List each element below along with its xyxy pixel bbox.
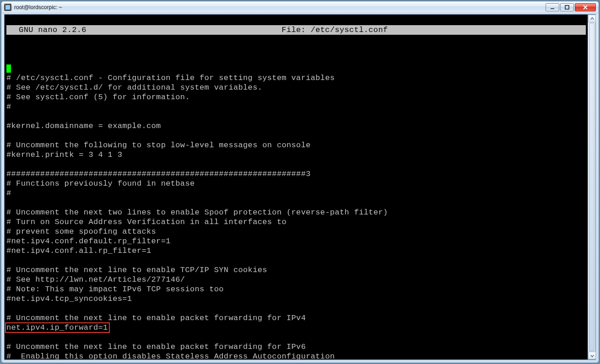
file-line: # Note: This may impact IPv6 TCP session… (6, 284, 586, 294)
file-line: # (6, 102, 586, 112)
file-line: # See sysctl.conf (5) for information. (6, 92, 586, 102)
terminal-text: GNU nano 2.2.6File: /etc/sysctl.conf # /… (6, 16, 586, 359)
file-line-highlight: net.ipv4.ip_forward=1 (6, 323, 586, 332)
svg-rect-1 (565, 5, 569, 9)
nano-app: GNU nano (19, 26, 57, 34)
file-line: # (6, 188, 586, 198)
app-window: root@lordscorpic: ~ GNU nano 2.2.6File: … (1, 1, 599, 363)
file-line: # Enabling this option disables Stateles… (6, 352, 586, 359)
terminal-viewport[interactable]: GNU nano 2.2.6File: /etc/sysctl.conf # /… (5, 15, 588, 359)
file-line: # Uncomment the next line to enable pack… (6, 313, 586, 323)
nano-header: GNU nano 2.2.6File: /etc/sysctl.conf (6, 25, 586, 35)
blank-line (6, 44, 586, 54)
file-line: #net.ipv4.tcp_syncookies=1 (6, 294, 586, 304)
minimize-button[interactable] (546, 3, 559, 11)
file-line: # Uncomment the following to stop low-le… (6, 140, 586, 150)
nano-file-path: /etc/sysctl.conf (311, 26, 388, 34)
nano-file-label: File: (281, 26, 306, 34)
file-body[interactable]: # /etc/sysctl.conf - Configuration file … (6, 64, 586, 359)
file-line (6, 198, 586, 208)
file-line: #net.ipv4.conf.default.rp_filter=1 (6, 236, 586, 246)
file-line (6, 332, 586, 342)
file-line: #kernel.printk = 3 4 1 3 (6, 150, 586, 160)
window-title: root@lordscorpic: ~ (14, 4, 62, 11)
maximize-button[interactable] (560, 3, 574, 11)
putty-icon (4, 4, 11, 11)
file-line: # Uncomment the next line to enable TCP/… (6, 265, 586, 275)
terminal-client: GNU nano 2.2.6File: /etc/sysctl.conf # /… (4, 14, 596, 360)
file-line: # Uncomment the next two lines to enable… (6, 208, 586, 217)
scroll-thumb[interactable] (589, 23, 595, 351)
file-line: # /etc/sysctl.conf - Configuration file … (6, 73, 586, 83)
file-line (6, 304, 586, 313)
scroll-up-button[interactable] (588, 15, 596, 22)
file-line: # See /etc/sysctl.d/ for additional syst… (6, 83, 586, 92)
file-line (6, 112, 586, 121)
nano-version: 2.2.6 (62, 26, 86, 34)
file-line: # Functions previously found in netbase (6, 179, 586, 188)
file-line (6, 160, 586, 169)
cursor-icon (6, 64, 11, 73)
file-line: # See http://lwn.net/Articles/277146/ (6, 275, 586, 284)
titlebar[interactable]: root@lordscorpic: ~ (1, 1, 599, 13)
file-line: ########################################… (6, 169, 586, 179)
file-line: # Turn on Source Address Verification in… (6, 217, 586, 227)
file-line (6, 64, 586, 73)
window-buttons (546, 3, 596, 11)
vertical-scrollbar[interactable] (588, 15, 595, 359)
file-line: #kernel.domainname = example.com (6, 121, 586, 131)
close-button[interactable] (575, 3, 596, 11)
file-line: #net.ipv4.conf.all.rp_filter=1 (6, 246, 586, 256)
scroll-down-button[interactable] (588, 352, 596, 359)
file-line (6, 131, 586, 140)
file-line: # prevent some spoofing attacks (6, 227, 586, 236)
file-line: # Uncomment the next line to enable pack… (6, 342, 586, 352)
file-line (6, 256, 586, 265)
